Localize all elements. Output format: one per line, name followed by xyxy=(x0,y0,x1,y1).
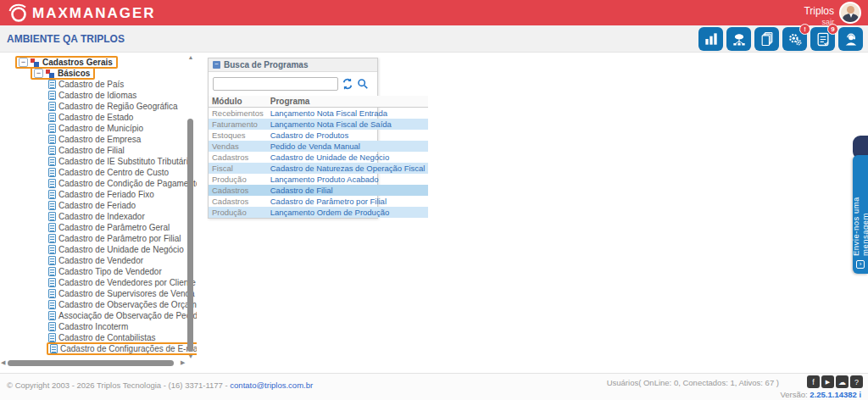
scroll-up-icon[interactable]: ▲ xyxy=(186,54,195,60)
document-icon xyxy=(48,311,56,320)
youtube-icon[interactable]: ▶ xyxy=(821,375,834,388)
program-link[interactable]: Pedido de Venda Manual xyxy=(267,141,429,152)
support-button[interactable] xyxy=(838,27,863,51)
horizontal-scroll-thumb[interactable] xyxy=(8,360,174,366)
tree-item[interactable]: Cadastro de IE Substituto Tributário xyxy=(15,156,185,167)
network-button[interactable] xyxy=(726,27,751,51)
scroll-right-icon[interactable]: ▶ xyxy=(181,359,185,366)
tasks-badge: 9 xyxy=(827,24,838,35)
scroll-left-icon[interactable]: ◀ xyxy=(1,359,5,366)
documents-button[interactable] xyxy=(754,27,779,51)
user-avatar[interactable] xyxy=(839,2,861,24)
program-result-row[interactable]: CadastrosCadastro de Unidade de Negócio xyxy=(209,152,428,163)
tree-item[interactable]: Cadastro de Observações de Orçamentos e … xyxy=(15,299,185,310)
tree-item[interactable]: Cadastro de País xyxy=(15,79,185,90)
program-link[interactable]: Lançamento Nota Fiscal de Saída xyxy=(267,119,429,130)
module-cell: Fiscal xyxy=(209,163,267,174)
tree-item[interactable]: Cadastro de Região Geográfica xyxy=(15,101,185,112)
collapse-toggle-icon[interactable]: − xyxy=(34,69,43,78)
tree-item-label: Cadastro de Vendedores por Cliente xyxy=(58,278,196,287)
program-result-row[interactable]: CadastrosCadastro de Parâmetro por Filia… xyxy=(209,196,428,207)
help-icon[interactable]: ? xyxy=(850,375,863,388)
document-icon xyxy=(48,168,56,177)
program-link[interactable]: Cadastro de Filial xyxy=(267,185,429,196)
tree-item[interactable]: Cadastro de Parâmetro Geral xyxy=(15,222,185,233)
tree-item[interactable]: Cadastro de Idiomas xyxy=(15,90,185,101)
refresh-icon[interactable] xyxy=(342,78,353,90)
tree-horizontal-scrollbar[interactable]: ◀ ▶ xyxy=(0,359,188,368)
version-label: Versão: xyxy=(781,390,808,399)
program-result-row[interactable]: CadastrosCadastro de Filial xyxy=(209,185,428,196)
program-search-input[interactable] xyxy=(213,77,338,91)
tree-item[interactable]: Cadastro de Indexador xyxy=(15,211,185,222)
collapse-toggle-icon[interactable]: − xyxy=(19,58,28,67)
tree-item[interactable]: Cadastro de Município xyxy=(15,123,185,134)
document-icon xyxy=(48,157,56,166)
vertical-scroll-thumb[interactable] xyxy=(187,119,193,352)
facebook-icon[interactable]: f xyxy=(807,375,820,388)
document-icon xyxy=(48,289,56,298)
tree-item[interactable]: Cadastro de Unidade de Negócio xyxy=(15,244,185,255)
tree-item[interactable]: Cadastro Tipo de Vendedor xyxy=(15,266,185,277)
module-cell: Cadastros xyxy=(209,152,267,163)
program-result-row[interactable]: ProduçãoLançamento Ordem de Produção xyxy=(209,207,428,218)
tree-item-label: Cadastro de IE Substituto Tributário xyxy=(58,157,192,166)
program-result-row[interactable]: FiscalCadastro de Naturezas de Operação … xyxy=(209,163,428,174)
program-link[interactable]: Cadastro de Produtos xyxy=(267,130,429,141)
document-icon xyxy=(50,344,58,353)
tree-item[interactable]: Cadastro de Feriado Fixo xyxy=(15,189,185,200)
scroll-down-icon[interactable]: ▼ xyxy=(186,353,195,359)
search-icon[interactable] xyxy=(357,78,369,90)
tree-branch[interactable]: −Básicos xyxy=(15,68,185,79)
app-footer: © Copyright 2003 - 2026 Triplos Tecnolog… xyxy=(0,373,868,400)
tree-item[interactable]: Cadastro de Empresa xyxy=(15,134,185,145)
module-cell: Vendas xyxy=(209,141,267,152)
tree-branch-label: Básicos xyxy=(58,69,90,78)
version-info-icon[interactable]: i xyxy=(859,391,861,399)
program-link[interactable]: Lançamento Ordem de Produção xyxy=(267,207,429,218)
navigation-tree-panel: −Cadastros Gerais−BásicosCadastro de Paí… xyxy=(0,53,197,368)
tree-item-label: Cadastro de Empresa xyxy=(58,135,141,144)
document-icon xyxy=(48,256,56,265)
feedback-tab[interactable]: Envie-nos uma mensagem › xyxy=(853,155,868,274)
tree-item-label: Cadastro de Parâmetro Geral xyxy=(58,223,170,232)
program-search-panel: − Busca de Programas Módulo Programa Rec… xyxy=(208,58,378,219)
program-link[interactable]: Cadastro de Parâmetro por Filial xyxy=(267,196,429,207)
program-result-row[interactable]: ProduçãoLançamento Produto Acabado xyxy=(209,174,428,185)
tree-item[interactable]: Cadastro de Vendedor xyxy=(15,255,185,266)
tree-item-label: Cadastro de Estado xyxy=(58,113,133,122)
collapse-panel-icon[interactable]: − xyxy=(213,61,220,69)
tree-item[interactable]: Cadastro de Filial xyxy=(15,145,185,156)
tasks-button[interactable]: 9 xyxy=(810,27,835,51)
tree-item[interactable]: Cadastro de Parâmetro por Filial xyxy=(15,233,185,244)
tree-item[interactable]: Cadastro Incoterm xyxy=(15,321,185,332)
toolbar: ! 9 xyxy=(698,27,863,51)
tree-item[interactable]: Cadastro de Estado xyxy=(15,112,185,123)
program-result-row[interactable]: EstoquesCadastro de Produtos xyxy=(209,130,428,141)
program-result-row[interactable]: RecebimentosLançamento Nota Fiscal Entra… xyxy=(209,108,428,119)
app-header: MAXMANAGER Triplos sair xyxy=(0,0,868,25)
reports-button[interactable] xyxy=(698,27,723,51)
tree-item[interactable]: Cadastro de Configurações de E-mail xyxy=(15,343,185,354)
cloud-icon[interactable]: ☁ xyxy=(836,375,849,388)
tree-item[interactable]: Cadastro de Supervisores de Venda por Cl… xyxy=(15,288,185,299)
search-panel-title: Busca de Programas xyxy=(224,60,309,69)
settings-button[interactable]: ! xyxy=(782,27,807,51)
tree-item[interactable]: Cadastro de Centro de Custo xyxy=(15,167,185,178)
contact-email-link[interactable]: contato@triplos.com.br xyxy=(230,381,313,390)
program-results-body: RecebimentosLançamento Nota Fiscal Entra… xyxy=(209,108,428,219)
social-links: f ▶ ☁ ? xyxy=(807,375,863,388)
tree-item[interactable]: Cadastro de Vendedores por Cliente xyxy=(15,277,185,288)
tree-item[interactable]: Associação de Observação de Pedidos Nas … xyxy=(15,310,185,321)
tree-item-label: Cadastro de Observações de Orçamentos e … xyxy=(58,300,197,309)
program-result-row[interactable]: FaturamentoLançamento Nota Fiscal de Saí… xyxy=(209,119,428,130)
tree-item[interactable]: Cadastro de Condição de Pagamento xyxy=(15,178,185,189)
tree-vertical-scrollbar[interactable]: ▲ ▼ xyxy=(186,53,195,362)
program-link[interactable]: Cadastro de Unidade de Negócio xyxy=(267,152,429,163)
program-link[interactable]: Lançamento Produto Acabado xyxy=(267,174,429,185)
tree-item[interactable]: Cadastro de Feriado xyxy=(15,200,185,211)
program-link[interactable]: Cadastro de Naturezas de Operação Fiscal xyxy=(267,163,429,174)
document-icon xyxy=(48,135,56,144)
program-link[interactable]: Lançamento Nota Fiscal Entrada xyxy=(267,108,429,119)
program-result-row[interactable]: VendasPedido de Venda Manual xyxy=(209,141,428,152)
